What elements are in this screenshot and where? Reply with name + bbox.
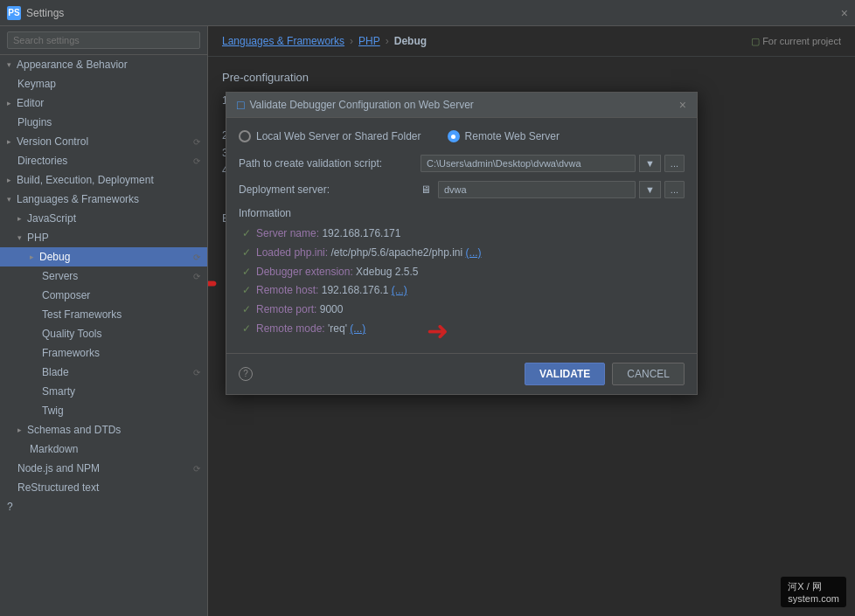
title-bar-left: PS Settings bbox=[7, 6, 64, 20]
deployment-input[interactable] bbox=[438, 181, 636, 198]
info-remote-mode: ✓ Remote mode: 'req' (...) bbox=[239, 322, 685, 336]
sidebar-items-container: ▾Appearance & BehaviorKeymap▸EditorPlugi… bbox=[0, 55, 207, 497]
path-more-btn[interactable]: ... bbox=[664, 155, 685, 172]
sidebar-item-blade[interactable]: Blade⟳ bbox=[0, 363, 207, 382]
info-php-ini: ✓ Loaded php.ini: /etc/php/5.6/apache2/p… bbox=[239, 246, 685, 260]
deployment-label: Deployment server: bbox=[239, 183, 414, 196]
sidebar-item-nodejs-npm[interactable]: Node.js and NPM⟳ bbox=[0, 459, 207, 478]
sidebar-item-languages-frameworks[interactable]: ▾Languages & Frameworks bbox=[0, 190, 207, 209]
sidebar-item-label: Markdown bbox=[30, 443, 78, 455]
remote-host-link[interactable]: (...) bbox=[392, 284, 407, 296]
path-dropdown-btn[interactable]: ▼ bbox=[639, 155, 661, 172]
expand-icon: ▸ bbox=[7, 176, 11, 184]
deployment-input-container: 🖥 ▼ ... bbox=[421, 181, 685, 198]
app-icon: PS bbox=[7, 6, 21, 20]
remote-radio-indicator bbox=[448, 130, 460, 142]
sync-icon: ⟳ bbox=[193, 368, 200, 377]
deployment-row: Deployment server: 🖥 ▼ ... bbox=[239, 181, 685, 198]
dialog-title: □ Validate Debugger Configuration on Web… bbox=[237, 98, 474, 112]
local-radio-label: Local Web Server or Shared Folder bbox=[256, 130, 421, 142]
dialog-footer: ? VALIDATE CANCEL bbox=[226, 353, 697, 394]
close-icon[interactable]: × bbox=[841, 6, 848, 20]
remote-server-radio[interactable]: Remote Web Server bbox=[448, 130, 560, 142]
sidebar: ▾Appearance & BehaviorKeymap▸EditorPlugi… bbox=[0, 26, 208, 616]
breadcrumb-sep-2: › bbox=[386, 35, 389, 47]
for-project-label: ▢ For current project bbox=[751, 36, 841, 47]
info-server-name: ✓ Server name: 192.168.176.171 bbox=[239, 226, 685, 241]
sidebar-item-keymap[interactable]: Keymap bbox=[0, 74, 207, 93]
dialog-help-icon[interactable]: ? bbox=[239, 367, 253, 381]
dialog-close-icon[interactable]: × bbox=[679, 98, 686, 112]
breadcrumb-item-1[interactable]: Languages & Frameworks bbox=[222, 35, 344, 47]
sidebar-item-label: Quality Tools bbox=[42, 328, 101, 340]
check-icon-6: ✓ bbox=[242, 322, 251, 335]
local-server-radio[interactable]: Local Web Server or Shared Folder bbox=[239, 130, 421, 142]
info-section: Information ✓ Server name: 192.168.176.1… bbox=[239, 207, 685, 336]
server-type-radio-group: Local Web Server or Shared Folder Remote… bbox=[239, 130, 685, 142]
sidebar-item-restructured-text[interactable]: ReStructured text bbox=[0, 478, 207, 497]
dialog-buttons: VALIDATE CANCEL bbox=[525, 363, 685, 385]
dialog-body: Local Web Server or Shared Folder Remote… bbox=[226, 118, 697, 353]
breadcrumb-item-2[interactable]: PHP bbox=[358, 35, 380, 47]
info-remote-host: ✓ Remote host: 192.168.176.1 (...) bbox=[239, 283, 685, 298]
sidebar-item-label: Editor bbox=[17, 97, 44, 109]
remote-radio-label: Remote Web Server bbox=[465, 130, 560, 142]
sidebar-item-servers[interactable]: Servers⟳ bbox=[0, 266, 207, 286]
sidebar-item-label: Version Control bbox=[17, 135, 88, 148]
validate-button[interactable]: VALIDATE bbox=[525, 363, 605, 385]
window-title: Settings bbox=[26, 7, 64, 19]
deployment-dropdown-btn[interactable]: ▼ bbox=[639, 181, 661, 198]
breadcrumb-sep-1: › bbox=[350, 35, 353, 47]
check-icon-4: ✓ bbox=[242, 284, 251, 296]
sidebar-item-label: Keymap bbox=[17, 78, 56, 90]
cancel-button[interactable]: CANCEL bbox=[612, 363, 685, 385]
sidebar-item-php[interactable]: ▾PHP bbox=[0, 228, 207, 247]
sidebar-item-quality-tools[interactable]: Quality Tools bbox=[0, 324, 207, 343]
content-area: Languages & Frameworks › PHP › Debug ▢ F… bbox=[208, 26, 855, 616]
local-radio-indicator bbox=[239, 130, 251, 142]
sidebar-item-twig[interactable]: Twig bbox=[0, 401, 207, 420]
sync-icon: ⟳ bbox=[193, 137, 200, 147]
php-ini-link[interactable]: (...) bbox=[466, 246, 482, 259]
sidebar-item-composer[interactable]: Composer bbox=[0, 286, 207, 305]
info-title: Information bbox=[239, 207, 685, 219]
expand-icon: ▸ bbox=[7, 137, 11, 146]
content-body: Pre-configuration 1. Install Xdebug or Z… bbox=[208, 57, 855, 612]
sidebar-item-javascript[interactable]: ▸JavaScript bbox=[0, 209, 207, 228]
sidebar-item-plugins[interactable]: Plugins bbox=[0, 113, 207, 132]
path-input[interactable] bbox=[421, 155, 636, 172]
info-debugger-ext: ✓ Debugger extension: Xdebug 2.5.5 bbox=[239, 265, 685, 280]
sidebar-item-label: JavaScript bbox=[27, 212, 76, 225]
expand-icon: ▸ bbox=[30, 253, 34, 261]
sidebar-item-version-control[interactable]: ▸Version Control⟳ bbox=[0, 132, 207, 151]
sidebar-item-appearance-behavior[interactable]: ▾Appearance & Behavior bbox=[0, 55, 207, 74]
breadcrumb: Languages & Frameworks › PHP › Debug ▢ F… bbox=[208, 26, 855, 57]
expand-icon: ▸ bbox=[17, 214, 22, 223]
sidebar-item-markdown[interactable]: Markdown bbox=[0, 440, 207, 459]
sidebar-item-frameworks[interactable]: Frameworks bbox=[0, 343, 207, 363]
help-button[interactable]: ? bbox=[0, 497, 207, 516]
sidebar-item-label: Composer bbox=[42, 289, 90, 301]
sidebar-item-label: PHP bbox=[27, 232, 49, 244]
dialog-title-bar: □ Validate Debugger Configuration on Web… bbox=[226, 93, 697, 118]
sidebar-item-label: Appearance & Behavior bbox=[17, 59, 128, 71]
expand-icon: ▾ bbox=[17, 233, 22, 242]
sidebar-item-editor[interactable]: ▸Editor bbox=[0, 93, 207, 113]
sync-icon: ⟳ bbox=[193, 253, 200, 262]
remote-mode-link[interactable]: (...) bbox=[350, 322, 365, 335]
sidebar-item-directories[interactable]: Directories⟳ bbox=[0, 151, 207, 170]
deployment-more-btn[interactable]: ... bbox=[664, 181, 685, 198]
sidebar-item-test-frameworks[interactable]: Test Frameworks bbox=[0, 305, 207, 324]
sidebar-item-label: Languages & Frameworks bbox=[17, 193, 139, 205]
search-input[interactable] bbox=[7, 31, 200, 49]
path-label: Path to create validation script: bbox=[239, 157, 414, 170]
check-icon-3: ✓ bbox=[242, 266, 251, 278]
sidebar-item-label: Frameworks bbox=[42, 347, 100, 359]
sidebar-item-smarty[interactable]: Smarty bbox=[0, 382, 207, 401]
check-icon-5: ✓ bbox=[242, 303, 251, 315]
sidebar-item-build-exec-deploy[interactable]: ▸Build, Execution, Deployment bbox=[0, 170, 207, 190]
sidebar-item-debug[interactable]: ▸Debug⟳ bbox=[0, 247, 207, 266]
sync-icon: ⟳ bbox=[193, 272, 200, 281]
sidebar-item-schemas-dtds[interactable]: ▸Schemas and DTDs bbox=[0, 420, 207, 440]
search-container bbox=[0, 26, 207, 55]
